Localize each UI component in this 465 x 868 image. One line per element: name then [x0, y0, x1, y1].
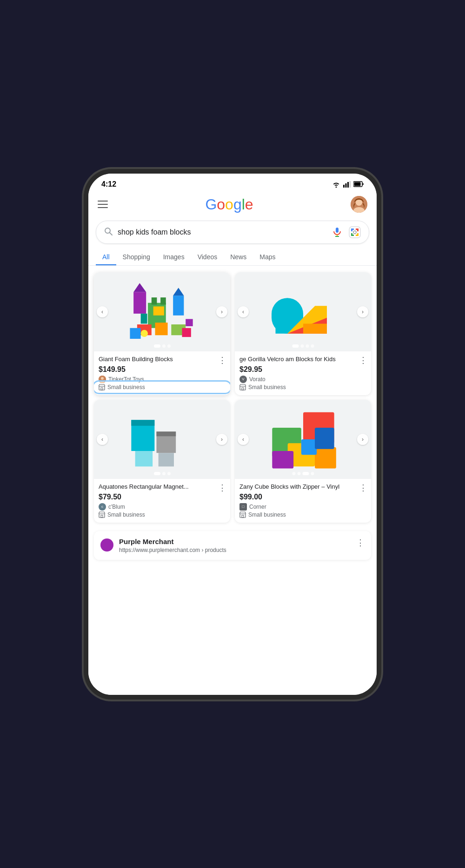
svg-point-33 — [101, 377, 104, 380]
tab-news[interactable]: News — [224, 249, 253, 266]
svg-rect-36 — [101, 388, 103, 390]
svg-rect-47 — [156, 431, 176, 436]
google-lens-button[interactable] — [348, 226, 361, 239]
svg-rect-57 — [301, 439, 316, 455]
search-bar[interactable]: shop kids foam blocks — [96, 221, 369, 244]
tab-shopping[interactable]: Shopping — [116, 249, 157, 266]
small-business-label-4: Small business — [248, 511, 286, 518]
voice-search-button[interactable] — [331, 226, 344, 239]
more-options-1[interactable]: ⋮ — [218, 356, 226, 364]
svg-rect-23 — [153, 306, 164, 315]
svg-marker-19 — [173, 288, 184, 296]
svg-rect-18 — [173, 296, 184, 316]
seller-icon-1 — [99, 376, 106, 383]
phone-screen: 4:12 — [88, 174, 377, 695]
store-icon-2 — [239, 384, 246, 390]
carousel-prev-3[interactable]: ‹ — [97, 434, 108, 445]
svg-rect-25 — [155, 323, 167, 335]
svg-rect-14 — [349, 227, 360, 238]
organic-result[interactable]: Purple Merchant https://www.purplemercha… — [94, 531, 371, 560]
avatar-image — [351, 196, 367, 213]
result-info: Purple Merchant https://www.purplemercha… — [119, 538, 351, 553]
svg-rect-60 — [242, 515, 244, 518]
svg-rect-3 — [350, 181, 351, 188]
product-price-1: $149.95 — [99, 365, 226, 374]
product-image-1: ‹ › — [94, 272, 230, 351]
product-image-2: ‹ › — [235, 272, 371, 351]
result-url: https://www.purplemerchant.com › product… — [119, 547, 351, 553]
foam-blocks-image-1 — [123, 277, 202, 347]
more-options-4[interactable]: ⋮ — [359, 484, 367, 492]
product-image-3: ‹ › — [94, 400, 230, 479]
logo-e: e — [245, 196, 253, 213]
carousel-dots-4 — [292, 472, 314, 475]
svg-rect-42 — [240, 386, 246, 390]
product-info-4: Zany Cube Blocks with Zipper – Vinyl $99… — [235, 479, 371, 523]
tab-all[interactable]: All — [96, 249, 116, 266]
more-options-3[interactable]: ⋮ — [218, 484, 226, 492]
result-favicon — [100, 538, 113, 552]
svg-rect-43 — [242, 388, 244, 390]
carousel-next-2[interactable]: › — [357, 306, 368, 317]
store-icon-4 — [239, 511, 246, 518]
svg-rect-58 — [315, 428, 334, 449]
carousel-next-4[interactable]: › — [357, 434, 368, 445]
carousel-next-3[interactable]: › — [216, 434, 227, 445]
svg-rect-1 — [345, 183, 347, 188]
status-bar: 4:12 — [88, 174, 377, 192]
seller-icon-4: □ — [239, 503, 247, 511]
seller-icon-2: V — [239, 376, 247, 383]
hamburger-button[interactable] — [98, 201, 108, 208]
product-seller-3: c c'Blum — [99, 503, 226, 511]
phone-frame: 4:12 — [88, 174, 377, 695]
carousel-prev-4[interactable]: ‹ — [238, 434, 249, 445]
svg-rect-21 — [151, 297, 157, 304]
svg-rect-11 — [336, 228, 339, 233]
logo-o1: o — [217, 196, 225, 213]
product-card-1[interactable]: ‹ › Giant Foam Building Blocks $149.95 — [94, 272, 230, 395]
svg-line-10 — [110, 233, 112, 235]
search-query: shop kids foam blocks — [118, 228, 326, 236]
svg-rect-2 — [347, 182, 349, 188]
signal-icon — [343, 181, 351, 188]
product-image-4: ‹ › — [235, 400, 371, 479]
small-business-label-2: Small business — [248, 384, 286, 390]
svg-rect-16 — [133, 292, 146, 313]
svg-rect-59 — [240, 514, 246, 518]
svg-rect-31 — [140, 313, 147, 323]
tab-videos[interactable]: Videos — [191, 249, 224, 266]
carousel-dots-3 — [154, 472, 171, 475]
product-info-1: Giant Foam Building Blocks $149.95 Tinke… — [94, 351, 230, 395]
svg-point-7 — [356, 199, 362, 206]
carousel-prev-1[interactable]: ‹ — [97, 306, 108, 317]
svg-rect-50 — [99, 514, 105, 518]
carousel-prev-2[interactable]: ‹ — [238, 306, 249, 317]
shopping-grid: ‹ › Giant Foam Building Blocks $149.95 — [88, 266, 377, 529]
aquatones-image — [123, 404, 202, 474]
user-avatar[interactable] — [351, 196, 367, 213]
tab-images[interactable]: Images — [157, 249, 191, 266]
svg-rect-27 — [130, 328, 140, 338]
svg-rect-51 — [101, 515, 103, 518]
product-seller-4: □ Corner — [239, 503, 366, 511]
svg-rect-56 — [315, 447, 336, 468]
product-card-4[interactable]: ‹ › Zany Cube Blocks with Zipper – Vinyl… — [235, 400, 371, 523]
store-icon-1 — [99, 384, 105, 390]
product-card-3[interactable]: ‹ › Aquatones Rectangular Magnet... $79.… — [94, 400, 230, 523]
tab-maps[interactable]: Maps — [253, 249, 282, 266]
svg-point-15 — [353, 231, 356, 234]
svg-marker-17 — [133, 283, 146, 292]
svg-rect-5 — [354, 182, 361, 186]
product-name-3: Aquatones Rectangular Magnet... — [99, 483, 226, 491]
small-business-badge-2: Small business — [239, 384, 366, 390]
carousel-dots-1 — [154, 344, 171, 348]
more-options-2[interactable]: ⋮ — [359, 356, 367, 364]
product-price-3: $79.50 — [99, 493, 226, 501]
zany-cube-image — [264, 404, 343, 474]
product-card-2[interactable]: ‹ › ge Gorilla Velcro am Blocks for Kids… — [235, 272, 371, 395]
product-name-4: Zany Cube Blocks with Zipper – Vinyl — [239, 483, 366, 491]
result-more-options[interactable]: ⋮ — [356, 538, 365, 548]
google-logo: G o o g l e — [205, 196, 253, 213]
svg-rect-55 — [272, 451, 293, 469]
carousel-next-1[interactable]: › — [216, 306, 227, 317]
